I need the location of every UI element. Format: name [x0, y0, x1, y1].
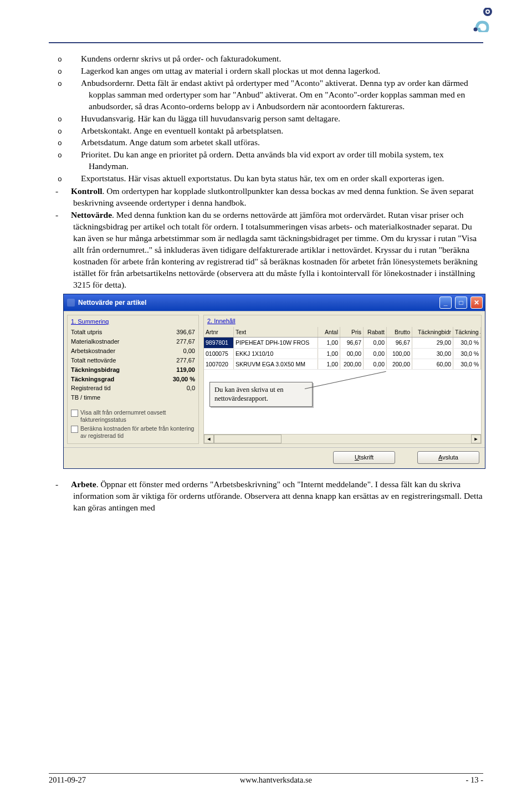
window-body: 1. Summering Totalt utpris396,67Material…	[64, 311, 485, 447]
summary-row: Registrerad tid0,0	[71, 384, 195, 393]
summary-label: Materialkostnader	[71, 338, 119, 346]
grid-empty-area: Du kan även skriva ut en nettovärdesrapp…	[204, 370, 481, 434]
minimize-button[interactable]: _	[439, 297, 452, 309]
sort-up-icon	[480, 331, 481, 334]
grid-header: Artnr Text Antal Pris Rabatt Brutto Täck…	[204, 327, 481, 338]
col-artnr[interactable]: Artnr	[204, 327, 234, 337]
maximize-button[interactable]: □	[455, 297, 467, 309]
table-row[interactable]: 0100075EKKJ 1X10/101,0000,000,00100,0030…	[204, 349, 481, 359]
summary-value: 119,00	[176, 366, 195, 374]
main-dash-list-continued: -Arbete. Öppnar ett fönster med orderns …	[54, 479, 483, 514]
list-item: oAnbudsordernr. Detta fält är endast akt…	[54, 78, 483, 113]
scroll-left-icon[interactable]: ◄	[204, 435, 214, 443]
summary-value: 0,00	[183, 347, 195, 355]
scroll-thumb[interactable]	[214, 435, 282, 443]
window-button-bar: Utskrift Avsluta	[64, 447, 485, 468]
check-label: Beräkna kostnaden för arbete från konter…	[80, 425, 195, 439]
summary-label: Täckningsgrad	[71, 375, 114, 384]
cell-text: SKRUVM EGA 3.0X50 MM	[234, 359, 318, 369]
summary-label: Totalt nettovärde	[71, 356, 116, 365]
summary-label: TB / timme	[71, 394, 100, 402]
summary-label: Totalt utpris	[71, 328, 102, 336]
list-text: Anbudsordernr. Detta fält är endast akti…	[81, 78, 468, 111]
summary-row: Totalt nettovärde277,67	[71, 356, 195, 365]
list-text: Prioritet. Du kan ange en prioritet på o…	[81, 150, 444, 171]
cell-antal: 1,00	[318, 349, 340, 359]
window-titlebar[interactable]: Nettovärde per artikel _ □ ✕	[64, 294, 485, 311]
list-item-nettovarde: -Nettovärde. Med denna funktion kan du s…	[54, 210, 483, 290]
summary-row: Täckningsbidrag119,00	[71, 365, 195, 375]
col-pris[interactable]: Pris	[340, 327, 364, 337]
list-text: Arbetskontakt. Ange en eventuell kontakt…	[81, 126, 283, 135]
list-item: oLagerkod kan anges om uttag av material…	[54, 65, 483, 77]
col-rabatt[interactable]: Rabatt	[364, 327, 387, 337]
footer-date: 2011-09-27	[49, 775, 86, 786]
nettovarde-text: . Med denna funktion kan du se orderns n…	[73, 210, 478, 289]
nettovarde-window: Nettovärde per artikel _ □ ✕ 1. Summerin…	[63, 294, 485, 469]
sub-bullet-list: oKundens ordernr skrivs ut på order- och…	[54, 53, 483, 185]
header-separator	[49, 42, 483, 43]
list-item: oExportstatus. Här visas aktuell exports…	[54, 173, 483, 185]
col-tackningbidr[interactable]: Täckningbidr	[412, 327, 453, 337]
list-item-kontroll: -Kontroll. Om ordertypen har kopplade sl…	[54, 186, 483, 209]
list-text: Exportstatus. Här visas aktuell exportst…	[81, 173, 444, 183]
footer-separator	[49, 773, 483, 774]
col-antal[interactable]: Antal	[318, 327, 340, 337]
cell-antal: 1,00	[318, 359, 340, 369]
print-button[interactable]: Utskrift	[333, 451, 395, 464]
list-item: oHuvudansvarig. Här kan du lägga till hu…	[54, 113, 483, 125]
list-text: Lagerkod kan anges om uttag av material …	[81, 66, 380, 75]
page-footer: 2011-09-27 www.hantverksdata.se - 13 -	[49, 775, 483, 786]
callout-leader-line	[305, 371, 386, 390]
summary-label: Arbetskostnader	[71, 347, 115, 355]
summary-title[interactable]: 1. Summering	[71, 318, 195, 326]
list-item: oPrioritet. Du kan ange en prioritet på …	[54, 149, 483, 172]
arbete-label: Arbete	[71, 479, 96, 489]
summary-label: Täckningsbidrag	[71, 366, 120, 374]
cell-text: PIPEHEAT DPH-10W FROS	[234, 338, 318, 348]
window-title: Nettovärde per artikel	[78, 298, 146, 307]
col-text[interactable]: Text	[234, 327, 318, 337]
cell-brutto: 200,00	[387, 359, 412, 369]
close-button[interactable]: ✕	[470, 297, 483, 309]
window-icon	[67, 299, 75, 306]
summary-row: Materialkostnader277,67	[71, 337, 195, 346]
cell-brutto: 100,00	[387, 349, 412, 359]
checkbox-icon[interactable]	[71, 426, 78, 433]
close-window-button[interactable]: Avsluta	[417, 451, 479, 464]
col-tackning[interactable]: Täckning	[453, 327, 481, 337]
content-title[interactable]: 2. Innehåll	[204, 315, 481, 325]
kontroll-text: . Om ordertypen har kopplade slutkontrol…	[73, 186, 474, 207]
table-row[interactable]: 1007020SKRUVM EGA 3.0X50 MM1,00200,000,0…	[204, 359, 481, 370]
arbete-text: . Öppnar ett fönster med orderns "Arbets…	[73, 479, 483, 512]
callout-text: Du kan även skriva ut en nettovärdesrapp…	[214, 386, 284, 402]
grid-body[interactable]: 9897801PIPEHEAT DPH-10W FROS1,0096,670,0…	[204, 338, 481, 370]
cell-antal: 1,00	[318, 338, 340, 348]
check-label: Visa allt från ordernumret oavsett faktu…	[80, 409, 195, 423]
list-item: oKundens ordernr skrivs ut på order- och…	[54, 53, 483, 65]
scroll-right-icon[interactable]: ►	[471, 435, 481, 443]
check-show-all[interactable]: Visa allt från ordernumret oavsett faktu…	[71, 409, 195, 423]
check-calc-cost[interactable]: Beräkna kostnaden för arbete från konter…	[71, 425, 195, 439]
cell-rabatt: 0,00	[364, 349, 387, 359]
summary-row: TB / timme	[71, 393, 195, 402]
cell-tackningbidr: 30,00	[412, 349, 453, 359]
cell-text: EKKJ 1X10/10	[234, 349, 318, 359]
cell-rabatt: 0,00	[364, 338, 387, 348]
cell-rabatt: 0,00	[364, 359, 387, 369]
kontroll-label: Kontroll	[71, 186, 103, 196]
col-brutto[interactable]: Brutto	[387, 327, 412, 337]
cell-tackningbidr: 60,00	[412, 359, 453, 369]
list-text: Kundens ordernr skrivs ut på order- och …	[81, 54, 281, 63]
svg-point-1	[487, 11, 489, 13]
document-page: oKundens ordernr skrivs ut på order- och…	[0, 0, 532, 797]
checkbox-icon[interactable]	[71, 410, 78, 417]
horizontal-scrollbar[interactable]: ◄ ►	[204, 434, 481, 443]
summary-label: Registrerad tid	[71, 384, 111, 392]
cell-tackning: 30,0 %	[453, 338, 481, 348]
company-logo	[471, 8, 493, 32]
footer-url: www.hantverksdata.se	[240, 775, 312, 786]
cell-tackningbidr: 29,00	[412, 338, 453, 348]
callout-box: Du kan även skriva ut en nettovärdesrapp…	[209, 382, 313, 407]
table-row[interactable]: 9897801PIPEHEAT DPH-10W FROS1,0096,670,0…	[204, 338, 481, 348]
